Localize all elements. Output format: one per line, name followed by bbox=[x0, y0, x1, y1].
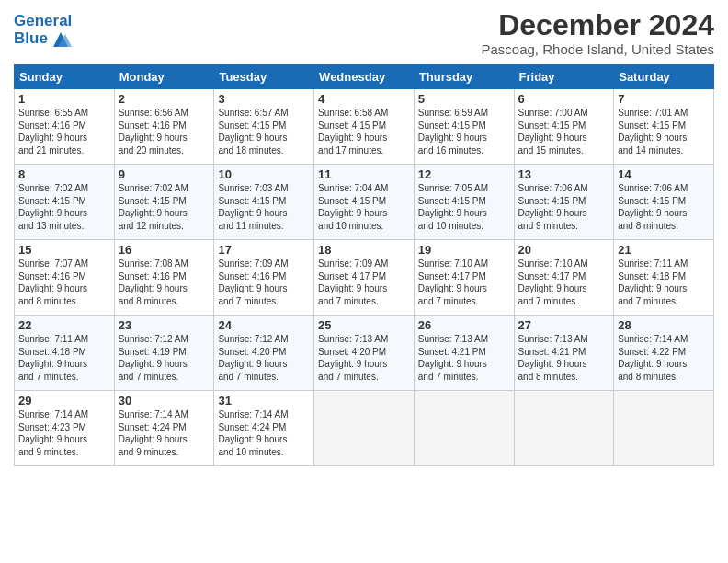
table-row: 22 Sunrise: 7:11 AMSunset: 4:18 PMDaylig… bbox=[15, 316, 714, 391]
logo-icon bbox=[50, 30, 72, 49]
day-cell: 26 Sunrise: 7:13 AMSunset: 4:21 PMDaylig… bbox=[414, 316, 514, 391]
day-cell: 10 Sunrise: 7:03 AMSunset: 4:15 PMDaylig… bbox=[214, 165, 314, 240]
empty-cell bbox=[314, 391, 415, 466]
th-tuesday: Tuesday bbox=[214, 65, 314, 89]
day-cell: 21 Sunrise: 7:11 AMSunset: 4:18 PMDaylig… bbox=[614, 240, 714, 316]
empty-cell bbox=[414, 391, 514, 466]
day-cell: 23 Sunrise: 7:12 AMSunset: 4:19 PMDaylig… bbox=[114, 316, 214, 391]
title-area: December 2024 Pascoag, Rhode Island, Uni… bbox=[482, 9, 715, 57]
day-cell: 20 Sunrise: 7:10 AMSunset: 4:17 PMDaylig… bbox=[514, 240, 614, 316]
day-cell: 19 Sunrise: 7:10 AMSunset: 4:17 PMDaylig… bbox=[414, 240, 514, 316]
day-cell: 22 Sunrise: 7:11 AMSunset: 4:18 PMDaylig… bbox=[15, 316, 115, 391]
header-row: Sunday Monday Tuesday Wednesday Thursday… bbox=[15, 65, 714, 89]
th-monday: Monday bbox=[114, 65, 214, 89]
day-cell: 27 Sunrise: 7:13 AMSunset: 4:21 PMDaylig… bbox=[514, 316, 614, 391]
day-cell: 4 Sunrise: 6:58 AMSunset: 4:15 PMDayligh… bbox=[314, 89, 415, 165]
day-cell: 14 Sunrise: 7:06 AMSunset: 4:15 PMDaylig… bbox=[614, 165, 714, 240]
logo: General Blue bbox=[14, 13, 72, 49]
empty-cell bbox=[614, 391, 714, 466]
day-cell: 29 Sunrise: 7:14 AMSunset: 4:23 PMDaylig… bbox=[15, 391, 115, 466]
calendar-table: Sunday Monday Tuesday Wednesday Thursday… bbox=[14, 64, 714, 466]
header-area: General Blue December 2024 Pascoag, Rhod… bbox=[14, 9, 714, 57]
day-cell: 3 Sunrise: 6:57 AMSunset: 4:15 PMDayligh… bbox=[214, 89, 314, 165]
day-cell: 18 Sunrise: 7:09 AMSunset: 4:17 PMDaylig… bbox=[314, 240, 415, 316]
table-row: 8 Sunrise: 7:02 AMSunset: 4:15 PMDayligh… bbox=[15, 165, 714, 240]
table-row: 1 Sunrise: 6:55 AMSunset: 4:16 PMDayligh… bbox=[15, 89, 714, 165]
th-wednesday: Wednesday bbox=[314, 65, 415, 89]
table-row: 15 Sunrise: 7:07 AMSunset: 4:16 PMDaylig… bbox=[15, 240, 714, 316]
day-cell: 12 Sunrise: 7:05 AMSunset: 4:15 PMDaylig… bbox=[414, 165, 514, 240]
day-cell: 15 Sunrise: 7:07 AMSunset: 4:16 PMDaylig… bbox=[15, 240, 115, 316]
day-cell: 5 Sunrise: 6:59 AMSunset: 4:15 PMDayligh… bbox=[414, 89, 514, 165]
day-cell: 31 Sunrise: 7:14 AMSunset: 4:24 PMDaylig… bbox=[214, 391, 314, 466]
day-cell: 25 Sunrise: 7:13 AMSunset: 4:20 PMDaylig… bbox=[314, 316, 415, 391]
th-thursday: Thursday bbox=[414, 65, 514, 89]
main-container: General Blue December 2024 Pascoag, Rhod… bbox=[0, 0, 728, 476]
day-cell: 13 Sunrise: 7:06 AMSunset: 4:15 PMDaylig… bbox=[514, 165, 614, 240]
th-saturday: Saturday bbox=[614, 65, 714, 89]
day-cell: 30 Sunrise: 7:14 AMSunset: 4:24 PMDaylig… bbox=[114, 391, 214, 466]
th-friday: Friday bbox=[514, 65, 614, 89]
day-cell: 16 Sunrise: 7:08 AMSunset: 4:16 PMDaylig… bbox=[114, 240, 214, 316]
day-cell: 7 Sunrise: 7:01 AMSunset: 4:15 PMDayligh… bbox=[614, 89, 714, 165]
day-cell: 17 Sunrise: 7:09 AMSunset: 4:16 PMDaylig… bbox=[214, 240, 314, 316]
day-cell: 28 Sunrise: 7:14 AMSunset: 4:22 PMDaylig… bbox=[614, 316, 714, 391]
day-cell: 24 Sunrise: 7:12 AMSunset: 4:20 PMDaylig… bbox=[214, 316, 314, 391]
day-cell: 11 Sunrise: 7:04 AMSunset: 4:15 PMDaylig… bbox=[314, 165, 415, 240]
day-cell: 8 Sunrise: 7:02 AMSunset: 4:15 PMDayligh… bbox=[15, 165, 115, 240]
day-cell: 9 Sunrise: 7:02 AMSunset: 4:15 PMDayligh… bbox=[114, 165, 214, 240]
month-title: December 2024 bbox=[482, 9, 715, 41]
day-cell: 2 Sunrise: 6:56 AMSunset: 4:16 PMDayligh… bbox=[114, 89, 214, 165]
location-title: Pascoag, Rhode Island, United States bbox=[482, 41, 715, 57]
empty-cell bbox=[514, 391, 614, 466]
logo-text: General Blue bbox=[14, 13, 72, 49]
table-row: 29 Sunrise: 7:14 AMSunset: 4:23 PMDaylig… bbox=[15, 391, 714, 466]
th-sunday: Sunday bbox=[15, 65, 115, 89]
day-cell: 1 Sunrise: 6:55 AMSunset: 4:16 PMDayligh… bbox=[15, 89, 115, 165]
day-cell: 6 Sunrise: 7:00 AMSunset: 4:15 PMDayligh… bbox=[514, 89, 614, 165]
